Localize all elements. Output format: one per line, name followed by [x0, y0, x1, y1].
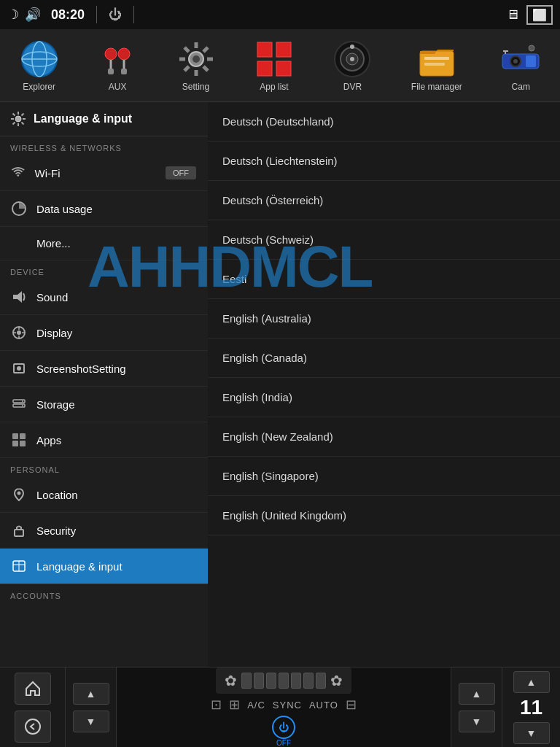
defrost-front-icon: ⊡ [211, 697, 222, 713]
status-divider [96, 6, 97, 23]
app-aux[interactable]: AUX [98, 39, 137, 92]
app-dvr[interactable]: DVR [332, 39, 372, 92]
sync-label: SYNC [273, 700, 302, 711]
sidebar-item-language[interactable]: Language & input [0, 549, 208, 584]
svg-point-34 [513, 59, 518, 63]
right-panel: Deutsch (Deutschland) Deutsch (Liechtens… [208, 102, 560, 667]
status-bar: ☽ 🔊 08:20 ⏻ 🖥 ⬜ [0, 0, 560, 29]
app-explorer[interactable]: Explorer [20, 39, 59, 92]
right-arrow-nav: ▲ ▼ [451, 667, 502, 748]
svg-rect-9 [121, 69, 127, 74]
sidebar-header: Language & input [0, 102, 208, 136]
lang-item-6[interactable]: English (Canada) [208, 338, 560, 378]
back-button[interactable] [15, 711, 51, 743]
sidebar-item-security[interactable]: Security [0, 513, 208, 549]
security-icon [12, 523, 26, 538]
arrow-up-right[interactable]: ▲ [459, 683, 495, 705]
cam-icon [501, 39, 540, 79]
sidebar-item-wifi[interactable]: Wi-Fi OFF [0, 155, 208, 191]
wifi-label: Wi-Fi [35, 167, 61, 179]
temp-up-button[interactable]: ▲ [513, 671, 550, 693]
fan-slot-2 [254, 673, 264, 689]
bottom-bar: ▲ ▼ ✿ ✿ ⊡ ⊞ A/C SYNC AUTO [0, 667, 560, 747]
lang-item-9[interactable]: English (Singapore) [208, 457, 560, 496]
svg-point-67 [26, 719, 40, 734]
left-arrow-nav: ▲ ▼ [66, 667, 117, 748]
svg-point-62 [18, 492, 21, 495]
lang-item-8[interactable]: English (New Zealand) [208, 417, 560, 457]
sidebar-item-data-usage[interactable]: Data usage [0, 191, 208, 227]
vent-icon: ⊞ [229, 697, 240, 713]
home-button[interactable] [15, 673, 51, 705]
svg-line-19 [184, 66, 189, 71]
arrow-down-right[interactable]: ▼ [459, 711, 495, 732]
svg-rect-20 [257, 42, 272, 57]
svg-point-27 [350, 57, 354, 61]
wifi-toggle-button[interactable]: OFF [166, 166, 196, 179]
svg-rect-21 [276, 42, 291, 57]
fan-slot-1 [241, 673, 252, 689]
lang-item-1[interactable]: Deutsch (Liechtenstein) [208, 142, 560, 181]
settings-icon [10, 111, 26, 127]
arrow-up-left[interactable]: ▲ [73, 683, 109, 705]
sidebar-item-more[interactable]: More... [0, 227, 208, 260]
back-icon [24, 718, 42, 735]
ac-labels: A/C SYNC AUTO [247, 700, 338, 711]
language-icon [12, 559, 26, 573]
svg-point-28 [350, 44, 354, 49]
fan-slots [241, 673, 326, 689]
svg-rect-31 [424, 63, 445, 66]
fan-slot-3 [266, 673, 276, 689]
data-usage-icon [12, 201, 26, 216]
svg-rect-35 [526, 55, 536, 67]
display-label: Display [36, 327, 72, 339]
status-icons-left: ☽ 🔊 08:20 [7, 7, 85, 23]
lang-item-0[interactable]: Deutsch (Deutschland) [208, 102, 560, 142]
power-off-label: OFF [276, 739, 291, 747]
lang-item-7[interactable]: English (India) [208, 378, 560, 417]
lang-item-10[interactable]: English (United Kingdom) [208, 496, 560, 535]
location-label: Location [36, 489, 78, 501]
sidebar-item-location[interactable]: Location [0, 477, 208, 513]
svg-line-47 [13, 123, 15, 125]
storage-label: Storage [36, 398, 75, 411]
apps-label: Apps [36, 434, 61, 446]
sidebar-item-sound[interactable]: Sound [0, 279, 208, 315]
power-button[interactable]: ⏻ [272, 716, 295, 739]
app-filemanager[interactable]: File manager [411, 39, 462, 92]
ac-label: A/C [247, 700, 265, 711]
power-icon: ⏻ [109, 7, 122, 23]
svg-point-39 [15, 116, 21, 122]
bottom-center: ✿ ✿ ⊡ ⊞ A/C SYNC AUTO ⊟ ⏻ OFF [117, 667, 451, 748]
sidebar-item-screenshot[interactable]: ScreenshotSetting [0, 351, 208, 387]
lang-item-5[interactable]: English (Australia) [208, 299, 560, 338]
svg-point-36 [529, 45, 534, 51]
dvr-label: DVR [343, 82, 362, 92]
lang-item-4[interactable]: Eesti [208, 260, 560, 299]
sidebar-item-apps[interactable]: Apps [0, 422, 208, 458]
app-setting[interactable]: Setting [176, 39, 216, 92]
lang-item-2[interactable]: Deutsch (Österreich) [208, 181, 560, 220]
svg-point-57 [22, 405, 23, 406]
explorer-icon [20, 39, 59, 79]
app-applist[interactable]: App list [254, 39, 294, 92]
applist-label: App list [260, 82, 288, 92]
applist-icon [254, 39, 294, 79]
airflow-icon: ⊟ [346, 697, 357, 713]
home-icon [24, 680, 42, 697]
svg-line-45 [22, 123, 24, 125]
svg-line-44 [13, 114, 15, 116]
section-accounts: ACCOUNTS [0, 584, 208, 603]
svg-rect-63 [15, 530, 23, 536]
location-icon [12, 487, 26, 502]
auto-label: AUTO [309, 700, 338, 711]
aux-label: AUX [109, 82, 127, 92]
sidebar-item-display[interactable]: Display [0, 315, 208, 351]
temp-down-button[interactable]: ▼ [513, 722, 550, 744]
arrow-down-left[interactable]: ▼ [73, 711, 109, 732]
svg-rect-58 [12, 433, 18, 439]
app-cam[interactable]: Cam [501, 39, 540, 92]
lang-item-3[interactable]: Deutsch (Schweiz) [208, 220, 560, 260]
svg-point-11 [192, 55, 200, 63]
sidebar-item-storage[interactable]: Storage [0, 387, 208, 422]
